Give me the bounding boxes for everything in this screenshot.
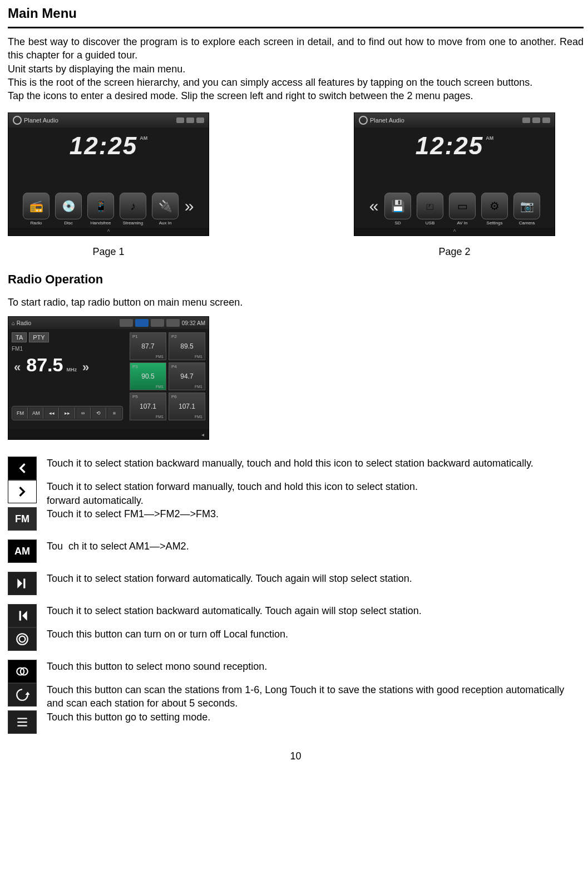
app-sd[interactable]: 💾SD	[383, 193, 412, 225]
page-prev-icon[interactable]: «	[368, 193, 380, 219]
desc-back-manual: Touch it to select station backward manu…	[8, 457, 584, 480]
brand: Planet Audio	[359, 116, 404, 125]
menu-screenshots: Planet Audio 12:25AM 📻Radio 💿Disc 📱Hands…	[8, 112, 584, 258]
menu-page-1-wrap: Planet Audio 12:25AM 📻Radio 💿Disc 📱Hands…	[8, 112, 209, 258]
app-usb[interactable]: ⏍USB	[416, 193, 444, 225]
fm-button[interactable]: FM	[13, 408, 28, 419]
app-handsfree[interactable]: 📱Handsfree	[86, 193, 115, 225]
camera-icon: 📷	[520, 199, 534, 213]
desc-text: Touch this button can turn on or turn of…	[47, 627, 584, 641]
app-auxin[interactable]: 🔌Aux In	[151, 193, 180, 225]
app-settings[interactable]: ⚙Settings	[480, 193, 509, 225]
intro-p2: Unit starts by displaying the main menu.	[8, 62, 584, 76]
radio-intro: To start radio, tap radio button on main…	[8, 297, 584, 308]
clock-ampm: AM	[140, 135, 147, 141]
gear-icon: ⚙	[490, 199, 500, 213]
status-icon	[176, 117, 184, 123]
frequency-value: 87.5	[26, 354, 63, 376]
preset-5[interactable]: P5107.1FM1	[130, 393, 166, 420]
menu-page-2: Planet Audio 12:25AM « 💾SD ⏍USB ▭AV In ⚙…	[354, 112, 555, 236]
status-icon	[542, 117, 550, 123]
desc-fwd-auto: Touch it to select station forward autom…	[8, 572, 584, 595]
menu-icon	[8, 710, 37, 734]
intro-p3: This is the root of the screen hierarchy…	[8, 76, 584, 89]
chevron-right-icon	[8, 480, 37, 503]
seek-back-button[interactable]: ◂◂	[45, 408, 59, 419]
topbar: Planet Audio	[354, 113, 555, 127]
prev-track-icon	[8, 604, 37, 627]
radio-home-icon[interactable]: ⌂ Radio	[12, 320, 31, 326]
page-title: Main Menu	[8, 6, 584, 21]
app-icon-row: 📻Radio 💿Disc 📱Handsfree ♪Streaming 🔌Aux …	[8, 193, 209, 225]
app-streaming[interactable]: ♪Streaming	[118, 193, 147, 225]
preset-4[interactable]: P494.7FM1	[169, 362, 205, 390]
preset-1[interactable]: P187.7FM1	[130, 332, 166, 360]
clock: 12:25AM	[354, 132, 555, 160]
app-camera[interactable]: 📷Camera	[512, 193, 541, 225]
radio-time: 09:32 AM	[182, 320, 205, 326]
status-icons	[176, 117, 204, 123]
app-avin[interactable]: ▭AV In	[448, 193, 477, 225]
app-label: SD	[394, 220, 401, 225]
tune-up-icon[interactable]: »	[82, 360, 89, 375]
local-icon	[8, 627, 37, 651]
app-label: Aux In	[159, 220, 172, 225]
page2-caption: Page 2	[438, 246, 470, 258]
bottom-bar: ^	[354, 228, 555, 236]
page-number: 10	[8, 750, 584, 762]
app-disc[interactable]: 💿Disc	[54, 193, 83, 225]
fm-icon: FM	[8, 507, 37, 531]
preset-3[interactable]: P390.5FM1	[130, 362, 166, 390]
music-icon: ♪	[130, 200, 136, 213]
menu-page-1: Planet Audio 12:25AM 📻Radio 💿Disc 📱Hands…	[8, 112, 209, 236]
preset-2[interactable]: P289.5FM1	[169, 332, 205, 360]
settings-button[interactable]: ≡	[107, 408, 121, 419]
svg-rect-1	[19, 611, 21, 620]
radio-status-icon	[135, 319, 149, 327]
tune-down-icon[interactable]: «	[14, 360, 21, 375]
radio-icon: 📻	[29, 199, 43, 213]
clock: 12:25AM	[8, 132, 209, 160]
scan-button[interactable]: ⟲	[92, 408, 106, 419]
desc-text: Touch it to select FM1—>FM2—>FM3.	[47, 507, 584, 521]
am-button[interactable]: AM	[29, 408, 43, 419]
page1-caption: Page 1	[92, 246, 124, 258]
svg-rect-7	[17, 722, 27, 723]
page-next-icon[interactable]: »	[183, 193, 195, 219]
app-label: Camera	[519, 220, 535, 225]
svg-point-3	[17, 634, 28, 645]
radio-status-icon	[166, 319, 180, 327]
ta-button[interactable]: TA	[12, 332, 27, 342]
sd-icon: 💾	[391, 199, 405, 213]
phone-icon: 📱	[94, 199, 108, 213]
intro-p4: Tap the icons to enter a desired mode. S…	[8, 89, 584, 102]
desc-text: Touch it to select station forward manua…	[47, 480, 584, 507]
mono-icon	[8, 660, 37, 683]
av-icon: ▭	[457, 199, 468, 213]
frequency-display: « 87.5 MHz »	[12, 354, 123, 376]
app-radio[interactable]: 📻Radio	[22, 193, 51, 225]
radio-bottombar: ◂	[8, 429, 209, 439]
radio-status-icon	[120, 319, 133, 327]
app-icon-row: « 💾SD ⏍USB ▭AV In ⚙Settings 📷Camera	[354, 193, 555, 225]
app-label: Radio	[31, 220, 42, 225]
brand-logo-icon	[359, 116, 368, 125]
clock-time: 12:25	[70, 132, 138, 159]
preset-6[interactable]: P6107.1FM1	[169, 393, 205, 420]
seek-fwd-button[interactable]: ▸▸	[60, 408, 75, 419]
am-icon: AM	[8, 539, 37, 563]
usb-icon: ⏍	[427, 200, 433, 213]
desc-text: Touch it to select station forward autom…	[47, 572, 584, 585]
brand-logo-icon	[13, 116, 22, 125]
app-label: Settings	[487, 220, 503, 225]
status-icon	[522, 117, 530, 123]
status-icon	[196, 117, 204, 123]
pty-button[interactable]: PTY	[29, 332, 48, 342]
local-button[interactable]: ∞	[76, 408, 91, 419]
desc-text: Touch this button to select mono sound r…	[47, 660, 584, 673]
clock-time: 12:25	[416, 132, 484, 159]
topbar: Planet Audio	[8, 113, 209, 127]
control-row: FM AM ◂◂ ▸▸ ∞ ⟲ ≡	[12, 406, 123, 420]
radio-status-icon	[151, 319, 164, 327]
app-label: Streaming	[123, 220, 143, 225]
